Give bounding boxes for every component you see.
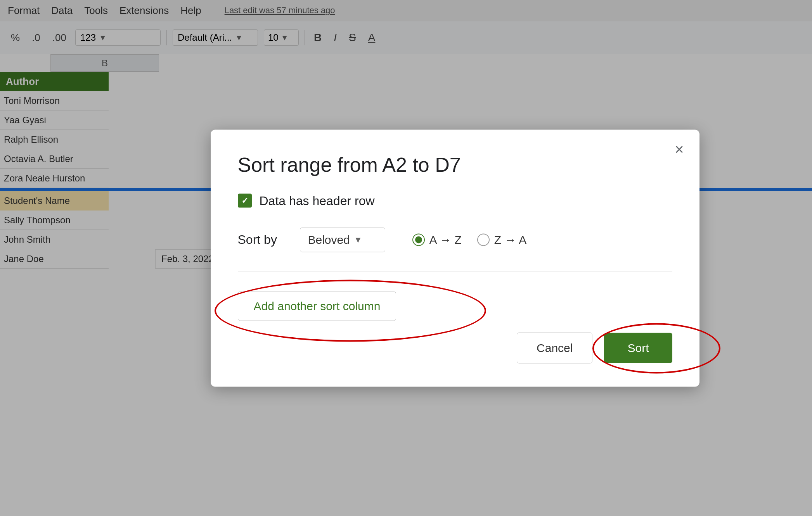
radio-az-inner: [415, 236, 422, 243]
dialog-title: Sort range from A2 to D7: [238, 153, 672, 176]
sort-column-dropdown[interactable]: Beloved ▼: [300, 227, 385, 252]
close-button[interactable]: ×: [675, 141, 684, 157]
header-row-option: Data has header row: [238, 193, 672, 208]
header-row-checkbox[interactable]: [238, 194, 252, 208]
sort-by-label: Sort by: [238, 233, 288, 247]
modal-divider: [238, 271, 672, 272]
cancel-button[interactable]: Cancel: [517, 332, 592, 363]
radio-za[interactable]: Z → A: [477, 233, 526, 246]
sort-direction-group: A → Z Z → A: [412, 233, 527, 246]
radio-za-outer: [477, 233, 490, 246]
radio-az-outer: [412, 233, 425, 246]
radio-za-label: Z → A: [494, 233, 526, 246]
modal-footer: Cancel Sort: [238, 332, 672, 363]
radio-az[interactable]: A → Z: [412, 233, 462, 246]
sort-button[interactable]: Sort: [604, 333, 672, 363]
header-row-label: Data has header row: [260, 193, 375, 208]
add-sort-column-button[interactable]: Add another sort column: [238, 291, 396, 321]
add-sort-annotation: Add another sort column: [238, 291, 396, 321]
sort-range-dialog: × Sort range from A2 to D7 Data has head…: [211, 129, 699, 387]
sort-by-row: Sort by Beloved ▼ A → Z Z → A: [238, 227, 672, 252]
sort-btn-wrapper: Sort: [604, 333, 672, 363]
radio-az-label: A → Z: [429, 233, 462, 246]
